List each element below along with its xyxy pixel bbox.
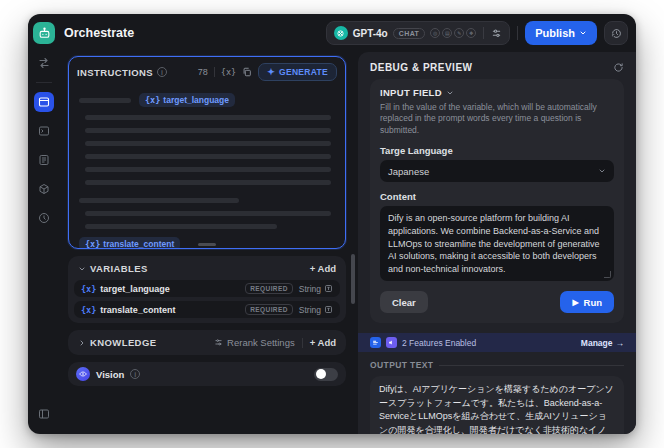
app-logo-robot-icon[interactable]	[33, 22, 55, 44]
canvas-scrollbar[interactable]	[351, 254, 355, 304]
info-icon: i	[157, 67, 167, 77]
add-knowledge-button[interactable]: + Add	[310, 337, 336, 348]
collapse-sidebar-icon[interactable]	[34, 404, 54, 424]
sliders-icon	[214, 338, 223, 347]
switch-app-icon[interactable]	[34, 53, 54, 73]
capability-icon: ❖	[466, 28, 476, 38]
play-icon: ▶	[572, 298, 578, 307]
chevron-down-icon[interactable]	[446, 89, 454, 97]
divider	[302, 338, 303, 348]
copy-icon[interactable]	[242, 67, 252, 77]
string-type-icon	[324, 305, 333, 314]
variable-token: {x}	[81, 305, 96, 315]
input-field-card: INPUT FIELD Fill in the value of the var…	[370, 79, 624, 323]
knowledge-title: KNOWLEDGE	[90, 337, 156, 348]
skeleton-text	[85, 211, 331, 216]
resize-grip-icon[interactable]	[604, 271, 611, 278]
rail-divider	[36, 82, 52, 83]
arrow-right-icon: →	[616, 338, 625, 348]
skeleton-text	[85, 167, 331, 172]
generate-button[interactable]: ✦ GENERATE	[258, 63, 337, 81]
variable-chip-translate-content[interactable]: {x} translate_content	[79, 237, 180, 248]
skeleton-text	[85, 154, 331, 159]
skeleton-text	[85, 141, 331, 146]
resize-drag-handle[interactable]	[198, 243, 216, 246]
skeleton-text	[85, 115, 331, 120]
required-badge: REQUIRED	[245, 283, 293, 294]
target-language-label: Targe Language	[380, 145, 614, 156]
required-badge: REQUIRED	[245, 304, 293, 315]
content-label: Content	[380, 191, 614, 202]
prompt-editor[interactable]: {x} target_language	[69, 85, 345, 248]
skeleton-text	[79, 98, 131, 103]
version-history-button[interactable]	[604, 21, 628, 45]
vision-feature-row: Vision i	[68, 362, 346, 386]
manage-features-link[interactable]: Manage →	[581, 338, 624, 348]
publish-button[interactable]: Publish	[525, 21, 597, 45]
capability-icon: ▤	[442, 28, 452, 38]
nav-terminal-icon[interactable]	[34, 121, 54, 141]
skeleton-text	[85, 128, 331, 133]
model-capability-badges: ◎ ▤ ✎ ❖	[430, 28, 476, 38]
skeleton-text	[85, 180, 331, 185]
skeleton-text	[79, 198, 239, 203]
sparkle-icon: ✦	[267, 67, 275, 77]
divider	[214, 67, 215, 77]
knowledge-section: KNOWLEDGE Rerank Settings + Add	[68, 330, 346, 355]
page-title: Orchestrate	[64, 26, 134, 40]
variables-title: VARIABLES	[90, 263, 148, 274]
char-count: 78	[198, 67, 208, 77]
clear-button[interactable]: Clear	[380, 291, 428, 313]
history-clock-icon	[611, 28, 622, 39]
vision-eye-icon	[76, 367, 90, 381]
capability-icon: ✎	[454, 28, 464, 38]
features-enabled-text: 2 Features Enabled	[402, 338, 476, 348]
orchestrate-canvas: INSTRUCTIONS i 78 {x} ✦ GENERATE	[60, 52, 358, 434]
info-icon: i	[130, 369, 140, 379]
pill-divider	[483, 27, 484, 39]
features-bar[interactable]: 2 Features Enabled Manage →	[358, 333, 636, 352]
output-section: OUTPUT TEXT Difyは、AIアプリケーションを構築するためのオープン…	[358, 352, 636, 434]
model-name: GPT-4o	[353, 28, 388, 39]
variable-row[interactable]: {x} target_language REQUIRED String	[74, 280, 340, 297]
skeleton-text	[85, 224, 277, 229]
model-selector[interactable]: GPT-4o CHAT ◎ ▤ ✎ ❖	[326, 21, 511, 45]
add-variable-button[interactable]: + Add	[310, 263, 336, 274]
app-window: Orchestrate GPT-4o CHAT ◎ ▤ ✎ ❖	[28, 14, 636, 434]
topbar-divider	[517, 26, 518, 40]
string-type-icon	[324, 284, 333, 293]
chevron-down-icon[interactable]	[78, 265, 86, 273]
variable-token: {x}	[81, 284, 96, 294]
content-textarea[interactable]: Dify is an open-source platform for buil…	[380, 206, 614, 281]
vision-label: Vision	[96, 369, 124, 380]
variable-row[interactable]: {x} translate_content REQUIRED String	[74, 301, 340, 318]
variable-chip-target-language[interactable]: {x} target_language	[139, 93, 235, 107]
instructions-panel[interactable]: INSTRUCTIONS i 78 {x} ✦ GENERATE	[68, 56, 346, 249]
vision-toggle[interactable]	[314, 368, 338, 381]
output-text-bubble: Difyは、AIアプリケーションを構築するためのオープンソースプラットフォームで…	[370, 376, 624, 434]
nav-logs-icon[interactable]	[34, 150, 54, 170]
insert-variable-icon[interactable]: {x}	[221, 67, 236, 77]
text-to-speech-feature-icon	[386, 337, 397, 348]
debug-title: DEBUG & PREVIEW	[370, 62, 473, 73]
nav-monitoring-icon[interactable]	[34, 208, 54, 228]
chevron-down-icon	[598, 167, 606, 175]
model-provider-icon	[334, 26, 348, 40]
rerank-settings-button[interactable]: Rerank Settings	[214, 337, 295, 348]
instructions-title: INSTRUCTIONS	[77, 67, 153, 78]
input-field-title: INPUT FIELD	[380, 87, 442, 98]
variables-section: VARIABLES + Add {x} target_language REQU…	[68, 256, 346, 323]
chevron-right-icon[interactable]	[78, 339, 86, 347]
debug-preview-panel: DEBUG & PREVIEW INPUT FIELD Fill in the …	[358, 52, 636, 434]
topbar: Orchestrate GPT-4o CHAT ◎ ▤ ✎ ❖	[60, 14, 636, 52]
divider	[439, 365, 624, 366]
run-button[interactable]: ▶ Run	[560, 291, 614, 313]
capability-icon: ◎	[430, 28, 440, 38]
target-language-select[interactable]: Japanese	[380, 160, 614, 182]
model-settings-sliders-icon[interactable]	[491, 28, 502, 39]
nav-extensions-icon[interactable]	[34, 179, 54, 199]
refresh-icon[interactable]	[613, 62, 624, 73]
input-field-description: Fill in the value of the variable, which…	[380, 102, 614, 136]
citation-feature-icon	[370, 337, 381, 348]
nav-orchestrate-icon[interactable]	[34, 92, 54, 112]
